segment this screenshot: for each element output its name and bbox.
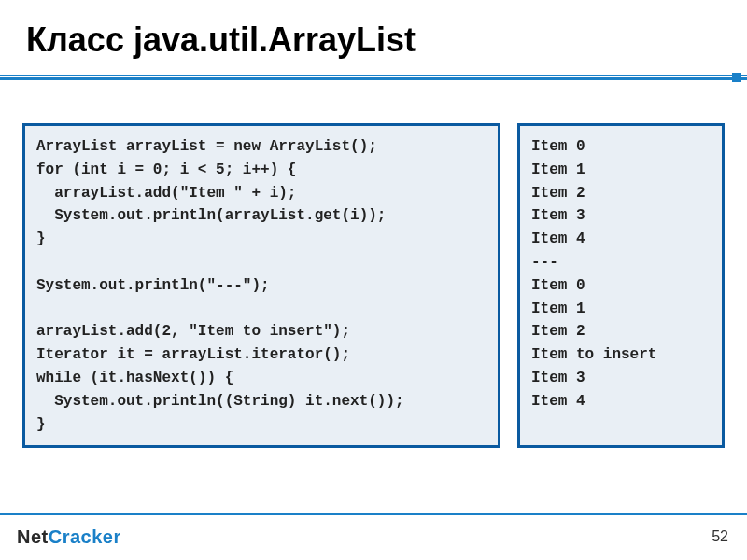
footer: NetCracker 52 [0, 513, 747, 560]
brand-part1: Net [17, 526, 49, 547]
slide-title: Класс java.util.ArrayList [0, 0, 747, 73]
title-divider [0, 73, 747, 82]
slide: Класс java.util.ArrayList ArrayList arra… [0, 0, 747, 560]
page-number: 52 [712, 528, 728, 545]
code-block: ArrayList arrayList = new ArrayList(); f… [22, 123, 500, 448]
brand-logo: NetCracker [17, 526, 121, 548]
output-block: Item 0 Item 1 Item 2 Item 3 Item 4 --- I… [517, 123, 725, 448]
brand-part2: Cracker [49, 526, 121, 547]
content-row: ArrayList arrayList = new ArrayList(); f… [0, 82, 747, 448]
